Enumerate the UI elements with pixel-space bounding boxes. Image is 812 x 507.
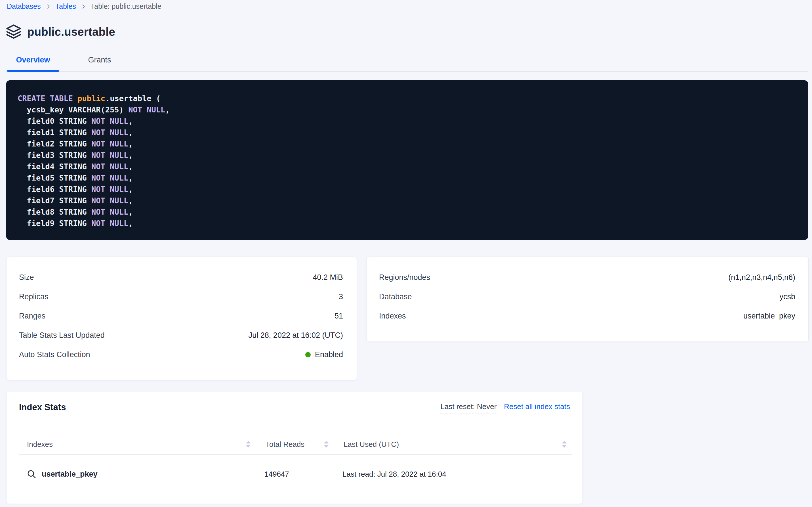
last-reset-label: Last reset: Never: [440, 402, 497, 414]
index-stats-card: Index Stats Last reset: Never Reset all …: [6, 391, 583, 504]
tab-overview[interactable]: Overview: [7, 56, 59, 64]
stat-value: 3: [339, 292, 343, 301]
index-stats-actions: Last reset: Never Reset all index stats: [440, 402, 570, 414]
sort-icon[interactable]: [561, 440, 567, 448]
stat-label: Regions/nodes: [379, 273, 430, 282]
breadcrumb: Databases Tables Table: public.usertable: [7, 2, 162, 10]
index-stats-title: Index Stats: [19, 402, 66, 412]
stat-row-regions: Regions/nodes (n1,n2,n3,n4,n5,n6): [379, 268, 795, 287]
table-details-page: Databases Tables Table: public.usertable…: [0, 0, 812, 507]
stat-value: ycsb: [779, 292, 795, 301]
layers-icon: [6, 24, 21, 40]
stat-label: Ranges: [19, 312, 45, 321]
active-tab-indicator: [7, 70, 59, 72]
stat-row-indexes: Indexes usertable_pkey: [379, 306, 795, 326]
stat-value: 51: [334, 312, 343, 321]
column-header-last-used[interactable]: Last Used (UTC): [343, 440, 399, 449]
reset-index-stats-link[interactable]: Reset all index stats: [504, 402, 570, 411]
tabs-divider: [6, 71, 808, 72]
table-stats-card: Size 40.2 MiB Replicas 3 Ranges 51 Table…: [6, 257, 357, 380]
page-title: public.usertable: [27, 25, 115, 38]
stat-label: Database: [379, 292, 412, 301]
stat-row-auto-stats: Auto Stats Collection Enabled: [19, 345, 343, 364]
sort-icon[interactable]: [245, 440, 251, 448]
tab-bar: Overview Grants: [7, 56, 112, 64]
sort-icon[interactable]: [323, 440, 329, 448]
index-table-row: usertable_pkey 149647 Last read: Jul 28,…: [19, 454, 572, 494]
breadcrumb-current-table: Table: public.usertable: [91, 2, 162, 10]
breadcrumb-databases[interactable]: Databases: [7, 2, 41, 10]
stat-label: Auto Stats Collection: [19, 350, 90, 359]
stat-label: Size: [19, 273, 34, 282]
stat-value: (n1,n2,n3,n4,n5,n6): [728, 273, 795, 282]
stat-value: usertable_pkey: [743, 312, 795, 321]
index-name-link[interactable]: usertable_pkey: [26, 469, 98, 479]
chevron-right-icon: [80, 4, 86, 9]
status-dot-green: [305, 352, 311, 357]
stat-row-stats-updated: Table Stats Last Updated Jul 28, 2022 at…: [19, 326, 343, 345]
breadcrumb-tables[interactable]: Tables: [56, 2, 76, 10]
total-reads-value: 149647: [264, 470, 289, 478]
stat-row-ranges: Ranges 51: [19, 306, 343, 326]
table-info-card: Regions/nodes (n1,n2,n3,n4,n5,n6) Databa…: [366, 257, 809, 342]
stat-label: Replicas: [19, 292, 49, 301]
page-title-bar: public.usertable: [6, 24, 115, 40]
tab-grants[interactable]: Grants: [87, 56, 112, 64]
stat-row-size: Size 40.2 MiB: [19, 268, 343, 287]
column-header-total-reads[interactable]: Total Reads: [265, 440, 304, 449]
index-table-header-row: Indexes Total Reads Last Used (UTC): [19, 434, 572, 455]
search-icon: [26, 469, 37, 479]
stat-value: 40.2 MiB: [313, 273, 343, 282]
index-stats-header: Index Stats Last reset: Never Reset all …: [19, 402, 570, 414]
stat-row-replicas: Replicas 3: [19, 287, 343, 306]
stat-value: Jul 28, 2022 at 16:02 (UTC): [249, 331, 343, 340]
status-text: Enabled: [315, 350, 343, 359]
index-name: usertable_pkey: [42, 470, 98, 478]
last-used-value: Last read: Jul 28, 2022 at 16:04: [342, 470, 446, 478]
stat-row-database: Database ycsb: [379, 287, 795, 306]
chevron-right-icon: [45, 4, 51, 9]
stat-label: Table Stats Last Updated: [19, 331, 105, 340]
create-table-statement: CREATE TABLE public.usertable ( ycsb_key…: [6, 80, 808, 240]
column-header-indexes[interactable]: Indexes: [27, 440, 53, 449]
stat-label: Indexes: [379, 312, 406, 321]
stat-value: Enabled: [305, 350, 343, 359]
